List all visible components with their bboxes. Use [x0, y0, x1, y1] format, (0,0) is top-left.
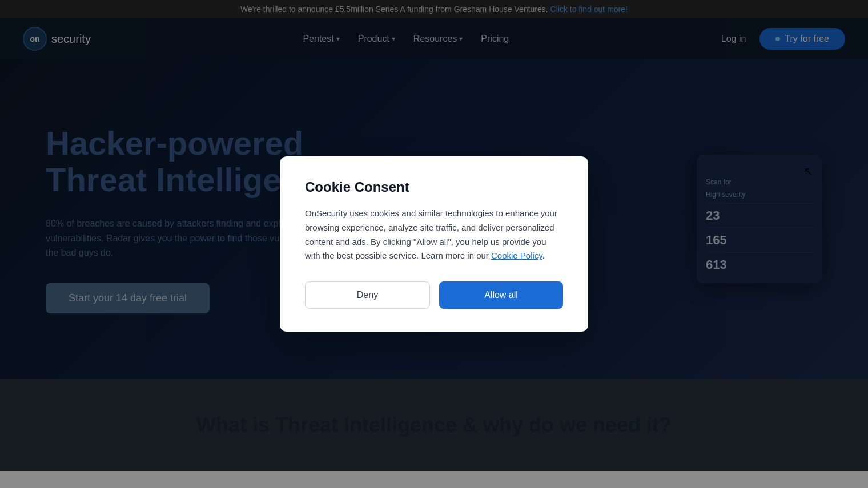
modal-title: Cookie Consent	[305, 179, 563, 195]
deny-button[interactable]: Deny	[305, 281, 430, 309]
modal-body: OnSecurity uses cookies and similar tech…	[305, 207, 563, 263]
allow-all-button[interactable]: Allow all	[439, 281, 563, 309]
modal-actions: Deny Allow all	[305, 281, 563, 309]
cookie-policy-link[interactable]: Cookie Policy	[491, 251, 542, 260]
modal-overlay: Cookie Consent OnSecurity uses cookies a…	[0, 0, 868, 471]
modal-body-suffix: .	[542, 251, 545, 260]
cookie-modal: Cookie Consent OnSecurity uses cookies a…	[280, 156, 588, 332]
